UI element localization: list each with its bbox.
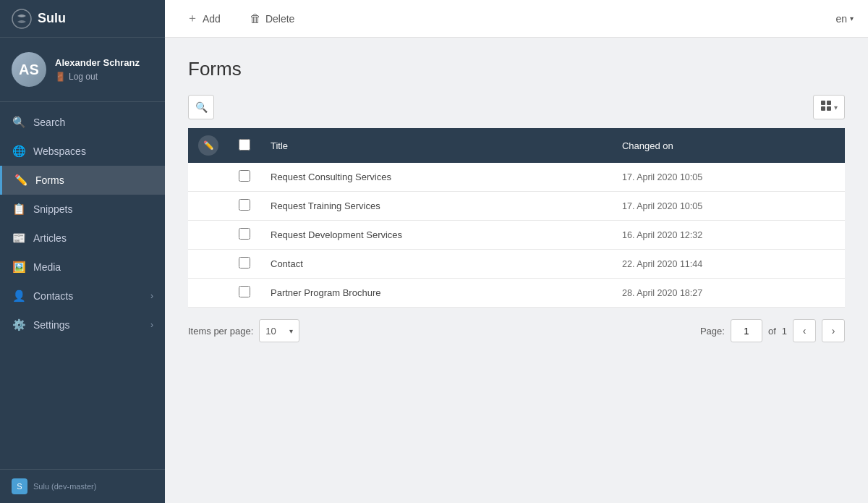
next-icon: › <box>832 325 835 337</box>
row-select-checkbox[interactable] <box>239 286 250 297</box>
chevron-right-icon: › <box>150 320 153 330</box>
articles-icon: 📰 <box>12 232 26 245</box>
prev-page-button[interactable]: ‹ <box>793 319 816 342</box>
sidebar-item-label: Settings <box>33 319 150 331</box>
sidebar-item-snippets[interactable]: 📋 Snippets <box>0 195 165 224</box>
add-button[interactable]: ＋ Add <box>179 7 228 30</box>
settings-icon: ⚙️ <box>12 318 26 331</box>
search-icon: 🔍 <box>195 101 208 113</box>
add-label: Add <box>203 13 221 25</box>
search-icon: 🔍 <box>12 116 26 129</box>
changed-on-column-header: Changed on <box>612 128 845 163</box>
svg-point-0 <box>12 9 31 28</box>
sidebar-item-media[interactable]: 🖼️ Media <box>0 253 165 282</box>
next-page-button[interactable]: › <box>822 319 845 342</box>
sidebar-item-settings[interactable]: ⚙️ Settings › <box>0 310 165 339</box>
row-title: Request Development Services <box>260 221 612 250</box>
grid-view-icon <box>821 101 833 114</box>
add-icon: ＋ <box>187 11 198 26</box>
sidebar-item-label: Articles <box>33 232 153 244</box>
avatar-image: AS <box>12 52 46 87</box>
sidebar-item-contacts[interactable]: 👤 Contacts › <box>0 282 165 310</box>
of-label: of <box>768 326 776 337</box>
language-selector[interactable]: en ▾ <box>835 13 854 25</box>
sidebar-item-articles[interactable]: 📰 Articles <box>0 224 165 253</box>
row-checkbox <box>229 250 260 279</box>
sidebar-item-label: Media <box>33 261 153 273</box>
svg-rect-3 <box>821 106 825 111</box>
view-chevron-icon: ▾ <box>834 103 838 111</box>
logout-label: Log out <box>69 72 98 82</box>
row-title: Request Training Services <box>260 192 612 221</box>
table-header: ✏️ Title Changed on <box>188 128 845 163</box>
delete-icon: 🗑 <box>250 12 261 25</box>
sidebar-item-label: Contacts <box>33 290 150 302</box>
row-changed-on: 17. April 2020 10:05 <box>612 163 845 192</box>
page-number-input[interactable] <box>731 319 762 342</box>
content-area: Forms 🔍 ▾ <box>165 38 868 503</box>
table-body: Request Consulting Services 17. April 20… <box>188 163 845 308</box>
search-button[interactable]: 🔍 <box>188 95 214 119</box>
svg-rect-2 <box>827 101 831 105</box>
logout-button[interactable]: 🚪 Log out <box>55 72 140 82</box>
svg-rect-1 <box>821 101 825 105</box>
sidebar-item-forms[interactable]: ✏️ Forms <box>0 166 165 195</box>
sidebar-item-label: Search <box>33 117 153 128</box>
forms-table: ✏️ Title Changed on Request Consulting S… <box>188 128 845 308</box>
user-info: Alexander Schranz 🚪 Log out <box>55 57 140 83</box>
toolbar: ＋ Add 🗑 Delete en ▾ <box>165 0 868 38</box>
row-changed-on: 22. April 2020 11:44 <box>612 250 845 279</box>
table-row: Contact 22. April 2020 11:44 <box>188 250 845 279</box>
main-nav: 🔍 Search 🌐 Webspaces ✏️ Forms 📋 Snippets… <box>0 102 165 469</box>
sidebar: Sulu AS Alexander Schranz 🚪 Log out 🔍 Se… <box>0 0 165 503</box>
checkbox-header <box>229 128 260 163</box>
row-select-checkbox[interactable] <box>239 257 250 269</box>
items-per-page-select[interactable]: 10 ▾ <box>259 319 299 342</box>
row-changed-on: 16. April 2020 12:32 <box>612 221 845 250</box>
pagination: Items per page: 10 ▾ Page: of 1 ‹ › <box>188 309 845 342</box>
webspaces-icon: 🌐 <box>12 145 26 158</box>
row-title: Partner Program Brochure <box>260 279 612 308</box>
sidebar-item-label: Webspaces <box>33 145 153 157</box>
footer-icon: S <box>12 478 27 494</box>
select-all-checkbox[interactable] <box>239 139 250 151</box>
delete-label: Delete <box>265 13 294 25</box>
edit-header-button[interactable]: ✏️ <box>198 135 218 156</box>
page-title: Forms <box>188 58 845 80</box>
avatar: AS <box>12 52 46 87</box>
row-actions <box>188 221 229 250</box>
view-toggle-button[interactable]: ▾ <box>813 95 845 119</box>
prev-icon: ‹ <box>803 325 807 337</box>
row-select-checkbox[interactable] <box>239 199 250 211</box>
sidebar-item-label: Snippets <box>33 203 153 215</box>
contacts-icon: 👤 <box>12 289 26 303</box>
title-column-header: Title <box>260 128 612 163</box>
row-select-checkbox[interactable] <box>239 228 250 240</box>
search-toolbar: 🔍 ▾ <box>188 95 845 119</box>
row-title: Contact <box>260 250 612 279</box>
table-row: Partner Program Brochure 28. April 2020 … <box>188 279 845 308</box>
row-actions <box>188 279 229 308</box>
chevron-right-icon: › <box>150 291 153 301</box>
lang-label: en <box>835 13 847 25</box>
row-checkbox <box>229 192 260 221</box>
row-actions <box>188 192 229 221</box>
sidebar-item-webspaces[interactable]: 🌐 Webspaces <box>0 137 165 166</box>
row-checkbox <box>229 163 260 192</box>
sulu-logo-icon <box>12 9 32 29</box>
user-section: AS Alexander Schranz 🚪 Log out <box>0 38 165 102</box>
row-actions <box>188 250 229 279</box>
row-select-checkbox[interactable] <box>239 170 250 182</box>
row-actions <box>188 163 229 192</box>
total-pages: 1 <box>782 326 787 337</box>
sidebar-logo: Sulu <box>0 0 165 38</box>
svg-rect-4 <box>827 106 831 111</box>
sidebar-item-label: Forms <box>35 174 153 186</box>
forms-icon: ✏️ <box>14 174 28 187</box>
items-per-page-label: Items per page: <box>188 326 253 337</box>
delete-button[interactable]: 🗑 Delete <box>242 8 302 30</box>
table-row: Request Development Services 16. April 2… <box>188 221 845 250</box>
sidebar-item-search[interactable]: 🔍 Search <box>0 108 165 137</box>
user-name: Alexander Schranz <box>55 57 140 69</box>
snippets-icon: 📋 <box>12 203 26 216</box>
